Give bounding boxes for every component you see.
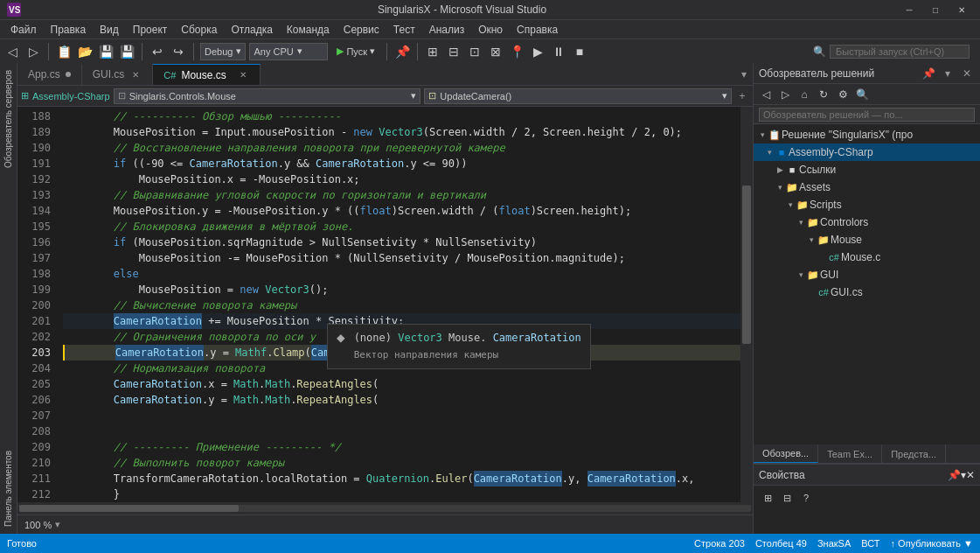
tool2[interactable]: ⊟	[445, 43, 462, 60]
menu-analyze[interactable]: Анализ	[422, 20, 472, 38]
tree-item-scripts[interactable]: ▾ 📁 Scripts	[754, 196, 980, 214]
menu-tools[interactable]: Сервис	[337, 20, 386, 38]
se-dropdown-button[interactable]: ▾	[940, 66, 956, 81]
se-pin-button[interactable]: 📌	[921, 66, 936, 81]
se-search-input[interactable]	[759, 108, 975, 122]
tree-item-controlors[interactable]: ▾ 📁 Controlors	[754, 214, 980, 231]
props-category-button[interactable]: ⊞	[759, 489, 776, 507]
run-button[interactable]: ▶ Пуск ▾	[331, 44, 380, 59]
tab-gui-cs[interactable]: GUI.cs ✕	[82, 64, 154, 85]
menu-view[interactable]: Вид	[93, 20, 126, 38]
horizontal-scrollbar[interactable]	[19, 505, 751, 512]
se-tab-explorer[interactable]: Обозрев...	[754, 444, 818, 463]
se-tab-team[interactable]: Team Ex...	[818, 444, 882, 463]
vertical-scrollbar[interactable]	[740, 107, 753, 502]
se-tab-preview[interactable]: Предста...	[882, 444, 946, 463]
h-scrollbar-thumb[interactable]	[19, 505, 239, 512]
tool7[interactable]: ⏸	[550, 43, 567, 60]
tree-item-mouse-file[interactable]: c# Mouse.c	[754, 248, 980, 266]
expand-controlors[interactable]: ▾	[796, 217, 806, 228]
debug-config-dropdown[interactable]: Debug ▾	[200, 43, 246, 60]
open-button[interactable]: 📂	[76, 43, 94, 60]
expand-gui[interactable]: ▾	[796, 270, 806, 280]
tab-mouse-cs[interactable]: C# Mouse.cs ✕	[153, 64, 260, 85]
expand-links[interactable]: ▶	[775, 164, 785, 175]
tab-app-cs[interactable]: App.cs	[17, 64, 82, 85]
forward-button[interactable]: ▷	[24, 43, 42, 60]
tool8[interactable]: ■	[571, 43, 588, 60]
tool4[interactable]: ⊠	[487, 43, 504, 60]
menu-debug[interactable]: Отладка	[224, 20, 279, 38]
platform-dropdown[interactable]: Any CPU ▾	[249, 43, 328, 60]
maximize-button[interactable]: □	[924, 3, 947, 17]
quick-launch-input[interactable]	[830, 45, 970, 59]
tool5[interactable]: 📍	[508, 43, 525, 60]
tab-scroll-button[interactable]: ▾	[735, 64, 753, 85]
tree-item-assets[interactable]: ▾ 📁 Assets	[754, 178, 980, 196]
props-alpha-button[interactable]: ⊟	[778, 489, 796, 507]
code-line-188: // ---------- Обзор мышью ----------	[63, 108, 753, 124]
close-button[interactable]: ✕	[950, 3, 973, 17]
tool1[interactable]: ⊞	[424, 43, 441, 60]
props-help-button[interactable]: ?	[797, 489, 815, 507]
code-container: 188 189 190 191 192 193 194 195 196 197 …	[17, 107, 753, 502]
se-forward-button[interactable]: ▷	[776, 86, 794, 103]
scrollbar-thumb[interactable]	[742, 186, 751, 344]
tab-mouse-cs-close[interactable]: ✕	[237, 69, 249, 81]
menu-build[interactable]: Сборка	[174, 20, 224, 38]
se-tabs: Обозрев... Team Ex... Предста...	[754, 444, 980, 464]
method-dropdown[interactable]: ⊡ UpdateCamera() ▾	[424, 88, 732, 104]
se-back-button[interactable]: ◁	[757, 86, 775, 103]
tab-gui-cs-close[interactable]: ✕	[129, 68, 142, 80]
tree-item-gui-cs[interactable]: c# GUI.cs	[754, 284, 980, 301]
status-mode[interactable]: ВСТ	[861, 538, 879, 549]
se-settings-button[interactable]: ⚙	[834, 86, 851, 103]
se-home-button[interactable]: ⌂	[796, 86, 813, 103]
solution-explorer-strip[interactable]: Обозреватель серверов	[3, 63, 13, 175]
toolbox-strip[interactable]: Панель элементов	[3, 444, 13, 534]
code-line-197: MousePosition -= MousePosition * (NullSe…	[63, 250, 753, 266]
menu-help[interactable]: Справка	[510, 20, 565, 38]
expand-scripts[interactable]: ▾	[785, 200, 796, 210]
props-pin-button[interactable]: 📌	[948, 469, 961, 481]
tree-item-assembly[interactable]: ▾ ■ Assembly-CSharp	[754, 144, 980, 161]
add-line-button[interactable]: +	[735, 89, 749, 103]
tree-item-mouse-folder[interactable]: ▾ 📁 Mouse	[754, 231, 980, 248]
menu-test[interactable]: Тест	[386, 20, 422, 38]
back-button[interactable]: ◁	[3, 43, 21, 60]
code-editor[interactable]: // ---------- Обзор мышью ---------- Mou…	[56, 107, 753, 502]
expand-solution[interactable]: ▾	[757, 130, 768, 140]
menu-edit[interactable]: Правка	[44, 20, 94, 38]
save-all-button[interactable]: 💾	[118, 43, 136, 60]
attach-button[interactable]: 📌	[393, 43, 411, 60]
tree-item-gui-folder[interactable]: ▾ 📁 GUI	[754, 266, 980, 284]
save-button[interactable]: 💾	[97, 43, 115, 60]
menu-team[interactable]: Команда	[280, 20, 337, 38]
menu-project[interactable]: Проект	[126, 20, 175, 38]
props-close-button[interactable]: ✕	[966, 469, 975, 481]
menu-file[interactable]: Файл	[3, 20, 44, 38]
tree-item-solution[interactable]: ▾ 📋 Решение "SingularisX" (про	[754, 126, 980, 144]
zoom-down[interactable]: ▾	[55, 519, 60, 530]
se-close-button[interactable]: ✕	[959, 66, 975, 81]
expand-assets[interactable]: ▾	[775, 182, 785, 192]
se-search-button[interactable]: 🔍	[853, 86, 871, 103]
sep3	[193, 43, 194, 60]
namespace-dropdown[interactable]: ⊡ Singlaris.Controls.Mouse ▾	[114, 88, 421, 104]
se-refresh-button[interactable]: ↻	[815, 86, 832, 103]
status-publish[interactable]: ↑ Опубликовать ▼	[891, 538, 973, 549]
new-project-button[interactable]: 📋	[55, 43, 73, 60]
expand-mouse[interactable]: ▾	[806, 234, 817, 245]
status-row[interactable]: Строка 203	[694, 538, 745, 549]
zoom-level[interactable]: 100 %	[24, 520, 52, 530]
tree-item-links[interactable]: ▶ ■ Ссылки	[754, 161, 980, 178]
tool3[interactable]: ⊡	[466, 43, 483, 60]
tool6[interactable]: ▶	[529, 43, 546, 60]
undo-button[interactable]: ↩	[149, 43, 166, 60]
redo-button[interactable]: ↪	[170, 43, 187, 60]
solution-icon: 📋	[768, 128, 782, 142]
menu-window[interactable]: Окно	[471, 20, 510, 38]
status-col[interactable]: Столбец 49	[755, 538, 807, 549]
expand-assembly[interactable]: ▾	[764, 147, 775, 158]
minimize-button[interactable]: ─	[898, 3, 921, 17]
